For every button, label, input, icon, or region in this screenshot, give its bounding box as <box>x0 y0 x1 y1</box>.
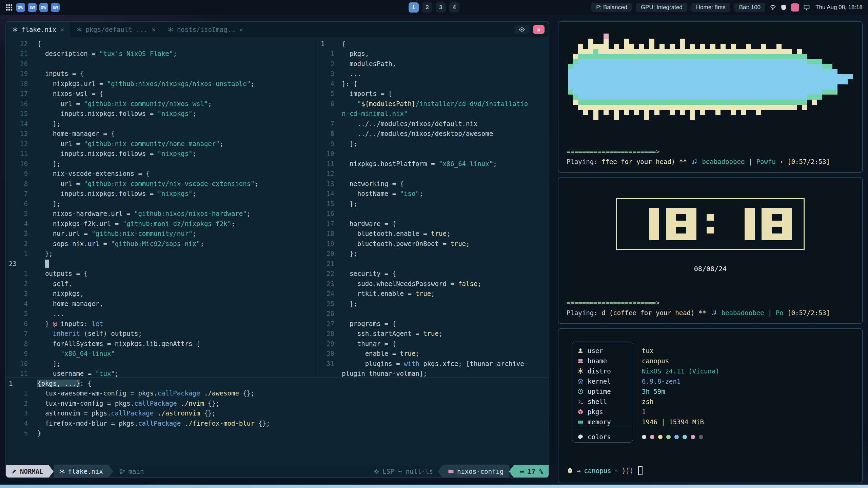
code-line[interactable]: 10 ]; <box>9 359 317 369</box>
code-line[interactable]: 13 home-manager = { <box>9 129 317 139</box>
code-line[interactable]: 4 home-manager, <box>9 299 317 309</box>
tab-close-icon[interactable]: × <box>60 26 64 33</box>
code-line[interactable]: 18 bluetooth.enable = true; <box>321 229 549 239</box>
pane-pkgs-default[interactable]: 1{pkgs, ...}: {1 tux-awesome-wm-config =… <box>6 377 549 465</box>
fetch-terminal[interactable]: usertuxhnamecanopusdistroNixOS 24.11 (Vi… <box>558 328 863 483</box>
code-line[interactable]: 14 }; <box>9 119 317 129</box>
code-line[interactable]: 17 hardware = { <box>321 219 549 229</box>
code-line[interactable]: 8 ../../modules/nixos/desktop/awesome <box>321 129 549 139</box>
code-line[interactable]: 22{ <box>9 39 317 49</box>
workspace-button-1[interactable]: 1 <box>409 2 419 13</box>
status-pill[interactable]: Home: 8ms <box>691 3 730 12</box>
code-line[interactable]: 1{ <box>321 39 549 49</box>
clock-terminal[interactable]: 08/08/24 =======================> Playin… <box>558 177 863 324</box>
code-line[interactable]: 27 programs = { <box>321 319 549 329</box>
status-pill[interactable]: GPU: Integrated <box>636 3 687 12</box>
code-line[interactable]: 19 bluetooth.powerOnBoot = true; <box>321 239 549 249</box>
pink-badge-icon[interactable] <box>791 3 799 12</box>
code-line[interactable]: 24 rtkit.enable = true; <box>321 289 549 299</box>
code-line[interactable]: 31 plugins = with pkgs.xfce; [thunar-arc… <box>321 359 549 369</box>
code-line[interactable]: 7 ../../modules/nixos/default.nix <box>321 119 549 129</box>
launcher-grid-icon[interactable] <box>5 4 13 11</box>
code-line[interactable]: 4}: { <box>321 79 549 89</box>
git-branch[interactable]: main <box>119 465 144 477</box>
code-line[interactable]: 5 ... <box>9 309 317 319</box>
project-indicator[interactable]: nixos-config <box>442 465 509 477</box>
code-line[interactable]: n-cd-minimal.nix" <box>321 109 549 119</box>
code-line[interactable]: 29 thunar = { <box>321 339 549 349</box>
window-close-button[interactable]: × <box>533 25 545 34</box>
code-line[interactable]: 4 firefox-mod-blur = pkgs.callPackage ./… <box>9 418 549 428</box>
code-line[interactable]: 11 username = "tux"; <box>9 369 317 378</box>
shield-icon[interactable] <box>780 4 787 11</box>
code-line[interactable]: 23 sudo.wheelNeedsPassword = false; <box>321 279 549 289</box>
code-line[interactable]: 28 ssh.startAgent = true; <box>321 329 549 339</box>
workspace-button-3[interactable]: 3 <box>436 2 446 13</box>
code-line[interactable]: 4 nixpkgs-f2k.url = "github:moni-dz/nixp… <box>9 219 317 229</box>
display-icon[interactable] <box>803 4 810 11</box>
code-line[interactable]: 21 description = "tux's NixOS Flake"; <box>9 49 317 59</box>
code-line[interactable]: 19 inputs = { <box>9 69 317 79</box>
code-line[interactable]: 8 url = "github:nix-community/nix-vscode… <box>9 179 317 189</box>
workspace-button-4[interactable]: 4 <box>449 2 459 13</box>
code-line[interactable]: 23 <box>9 259 317 269</box>
pane-iso-image[interactable]: 1{1 pkgs,2 modulesPath,3 ...4}: {5 impor… <box>317 37 549 377</box>
code-line[interactable]: 22 security = { <box>321 269 549 279</box>
statusline-file[interactable]: flake.nix <box>54 465 108 477</box>
code-line[interactable]: 20 <box>9 59 317 69</box>
pinned-app-badge[interactable]: SW <box>51 3 60 12</box>
code-line[interactable]: 2 tux-nvim-config = pkgs.callPackage ./n… <box>9 398 549 408</box>
code-line[interactable]: 10 <box>321 149 549 159</box>
code-line[interactable]: 6 }; <box>9 199 317 209</box>
code-line[interactable]: 21 <box>321 259 549 269</box>
code-line[interactable]: 3 nixpkgs, <box>9 289 317 299</box>
shell-prompt[interactable]: →canopus~))) <box>567 466 643 475</box>
code-line[interactable]: 12 url = "github:nix-community/home-mana… <box>9 139 317 149</box>
code-line[interactable]: 18 nixpkgs.url = "github:nixos/nixpkgs/n… <box>9 79 317 89</box>
code-line[interactable]: 16 <box>321 209 549 219</box>
code-line[interactable]: 17 nixos-wsl = { <box>9 89 317 99</box>
code-line[interactable]: 8 forAllSystems = nixpkgs.lib.genAttrs [ <box>9 339 317 349</box>
code-line[interactable]: 6 "${modulesPath}/installer/cd-dvd/insta… <box>321 99 549 109</box>
code-line[interactable]: 1{pkgs, ...}: { <box>9 378 549 388</box>
code-line[interactable]: 26 <box>321 309 549 319</box>
code-line[interactable]: 1 outputs = { <box>9 269 317 279</box>
code-line[interactable]: plugin thunar-volman]; <box>321 369 549 378</box>
eye-toggle-button[interactable] <box>514 25 530 34</box>
terminal-cursor[interactable] <box>638 466 643 475</box>
status-pill[interactable]: Bat: 100 <box>734 3 765 12</box>
code-line[interactable]: 2 sops-nix.url = "github:Mic92/sops-nix"… <box>9 239 317 249</box>
tab-hosts-isoImag-[interactable]: hosts/isoImag..× <box>162 22 249 37</box>
pinned-app-badge[interactable]: SW <box>16 3 25 12</box>
tab-flake-nix[interactable]: flake.nix× <box>6 22 70 37</box>
code-line[interactable]: 11 inputs.nixpkgs.follows = "nixpkgs"; <box>9 149 317 159</box>
code-line[interactable]: 10 }; <box>9 159 317 169</box>
code-line[interactable]: 20 }; <box>321 249 549 259</box>
code-line[interactable]: 9 nix-vscode-extensions = { <box>9 169 317 179</box>
status-pill[interactable]: P: Balanced <box>591 3 632 12</box>
code-line[interactable]: 30 enable = true; <box>321 349 549 359</box>
pinned-app-badge[interactable]: SW <box>28 3 37 12</box>
code-line[interactable]: 13 networking = { <box>321 179 549 189</box>
editor-window[interactable]: flake.nix×pkgs/default ...×hosts/isoImag… <box>5 21 549 478</box>
code-line[interactable]: 7 inputs.nixpkgs.follows = "nixpkgs"; <box>9 189 317 199</box>
pane-flake-nix[interactable]: 22{21 description = "tux's NixOS Flake";… <box>6 37 317 377</box>
code-line[interactable]: 5 imports = [ <box>321 89 549 99</box>
code-line[interactable]: 3 ... <box>321 69 549 79</box>
code-line[interactable]: 11 nixpkgs.hostPlatform = "x86_64-linux"… <box>321 159 549 169</box>
code-line[interactable]: 1 pkgs, <box>321 49 549 59</box>
code-line[interactable]: 1 tux-awesome-wm-config = pkgs.callPacka… <box>9 388 549 399</box>
code-line[interactable]: 16 url = "github:nix-community/nixos-wsl… <box>9 99 317 109</box>
code-line[interactable]: 15 }; <box>321 199 549 209</box>
code-line[interactable]: 9 "x86_64-linux" <box>9 349 317 359</box>
workspace-button-2[interactable]: 2 <box>422 2 432 13</box>
wifi-icon[interactable] <box>769 4 776 11</box>
pinned-app-badge[interactable]: SW <box>39 3 48 12</box>
code-line[interactable]: 5} <box>9 428 549 439</box>
code-line[interactable]: 6 } @ inputs: let <box>9 319 317 329</box>
code-line[interactable]: 7 inherit (self) outputs; <box>9 329 317 339</box>
tab-pkgs-default-[interactable]: pkgs/default ...× <box>70 22 161 37</box>
code-line[interactable]: 3 nur.url = "github:nix-community/nur"; <box>9 229 317 239</box>
code-line[interactable]: 12 <box>321 169 549 179</box>
code-line[interactable]: 14 hostName = "iso"; <box>321 189 549 199</box>
